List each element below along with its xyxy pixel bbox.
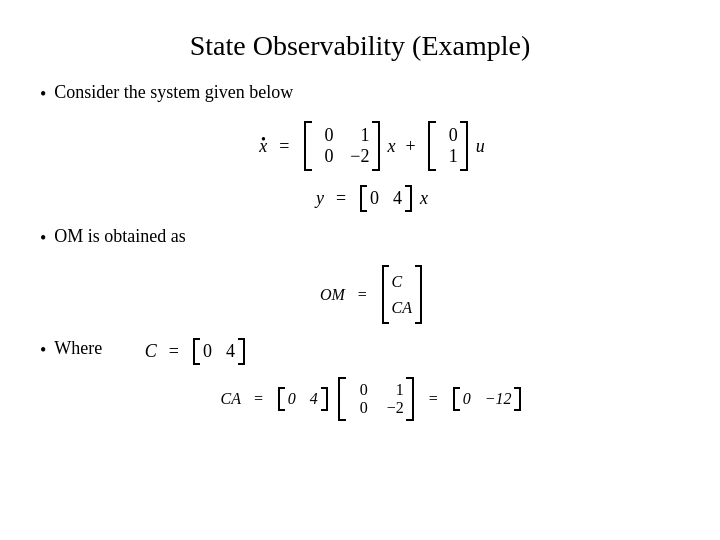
equation-y: y = 0 4 x bbox=[64, 185, 680, 212]
A-matrix: 01 0−2 bbox=[304, 121, 380, 171]
bullet-item-1: • Consider the system given below bbox=[40, 82, 680, 105]
CA-C-vec: 0 4 bbox=[278, 387, 328, 411]
bullet-text-1: Consider the system given below bbox=[54, 82, 293, 103]
C-row-vec-y: 0 4 bbox=[360, 185, 412, 212]
bullet-symbol-3: • bbox=[40, 340, 46, 361]
bullet-text-2: OM is obtained as bbox=[54, 226, 185, 247]
equation-om: OM = C CA bbox=[64, 265, 680, 324]
equation-C: C = 0 4 bbox=[145, 338, 247, 365]
bullet-symbol-1: • bbox=[40, 84, 46, 105]
B-matrix: 0 1 bbox=[428, 121, 468, 171]
bullet-item-3: • Where C = 0 4 bbox=[40, 338, 680, 365]
om-col-vec: C CA bbox=[382, 265, 422, 324]
CA-result-vec: 0 −12 bbox=[453, 387, 522, 411]
bullet-symbol-2: • bbox=[40, 228, 46, 249]
CA-A-matrix: 01 0−2 bbox=[338, 377, 414, 421]
equation-CA: CA = 0 4 01 0−2 = 0 −12 bbox=[64, 377, 680, 421]
C-row-vec: 0 4 bbox=[193, 338, 245, 365]
slide: State Observability (Example) • Consider… bbox=[0, 0, 720, 540]
xdot-symbol: • x bbox=[259, 136, 267, 157]
equation-xdot: • x = 01 0−2 x + 0 1 u bbox=[64, 121, 680, 171]
bullet-text-3: Where bbox=[54, 338, 102, 359]
slide-title: State Observability (Example) bbox=[40, 30, 680, 62]
bullet-item-2: • OM is obtained as bbox=[40, 226, 680, 249]
